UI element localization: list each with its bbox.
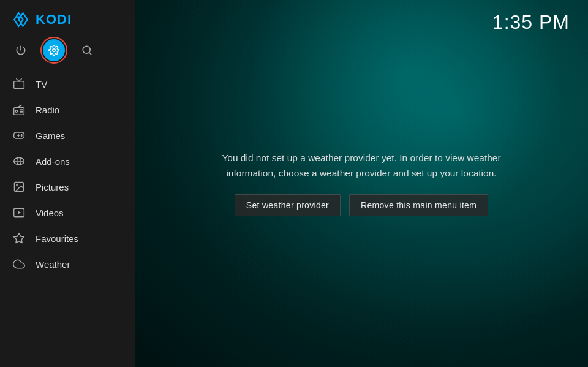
settings-button[interactable] [43, 39, 65, 61]
svg-marker-25 [14, 233, 24, 243]
weather-icon [12, 257, 26, 271]
sidebar-item-weather-label: Weather [36, 259, 70, 270]
sidebar-item-tv[interactable]: TV [0, 71, 135, 97]
weather-message: You did not set up a weather provider ye… [202, 151, 521, 181]
svg-point-9 [15, 110, 17, 112]
kodi-logo: KODI [10, 9, 72, 31]
games-icon [12, 129, 26, 142]
sidebar-item-videos-label: Videos [36, 208, 64, 218]
sidebar-item-addons[interactable]: Add-ons [0, 148, 135, 174]
search-button[interactable] [76, 39, 98, 61]
sidebar-item-favourites[interactable]: Favourites [0, 225, 135, 251]
time-display: 1:35 PM [492, 11, 570, 34]
sidebar: KODI [0, 0, 135, 367]
sidebar-item-radio-label: Radio [36, 105, 59, 115]
favourites-icon [12, 232, 26, 245]
remove-menu-item-button[interactable]: Remove this main menu item [349, 194, 488, 216]
tv-icon [12, 77, 26, 91]
svg-line-6 [89, 52, 91, 54]
svg-point-17 [21, 135, 22, 136]
sidebar-nav: TV Radio [0, 69, 135, 367]
addons-icon [12, 154, 26, 168]
videos-icon [12, 206, 26, 219]
sidebar-item-tv-label: TV [36, 79, 47, 89]
kodi-logo-icon [10, 9, 32, 31]
sidebar-item-favourites-label: Favourites [36, 233, 78, 244]
sidebar-item-pictures-label: Pictures [36, 182, 69, 192]
main-content: 1:35 PM You did not set up a weather pro… [135, 0, 588, 367]
svg-rect-7 [14, 81, 24, 89]
svg-point-0 [10, 9, 32, 31]
svg-marker-24 [18, 211, 21, 214]
sidebar-icon-row [0, 37, 135, 69]
sidebar-item-weather[interactable]: Weather [0, 251, 135, 277]
sidebar-header: KODI [0, 0, 135, 37]
power-button[interactable] [10, 39, 32, 61]
set-weather-provider-button[interactable]: Set weather provider [235, 194, 341, 216]
pictures-icon [12, 180, 26, 194]
svg-point-4 [53, 49, 56, 52]
sidebar-item-games[interactable]: Games [0, 123, 135, 148]
radio-icon [12, 103, 26, 116]
sidebar-item-addons-label: Add-ons [36, 156, 70, 167]
sidebar-item-radio[interactable]: Radio [0, 97, 135, 123]
svg-point-22 [17, 184, 18, 186]
sidebar-item-videos[interactable]: Videos [0, 200, 135, 225]
sidebar-item-games-label: Games [36, 131, 65, 141]
weather-prompt: You did not set up a weather provider ye… [202, 151, 521, 217]
sidebar-item-pictures[interactable]: Pictures [0, 174, 135, 200]
weather-buttons: Set weather provider Remove this main me… [235, 194, 488, 216]
app-title: KODI [36, 12, 72, 28]
